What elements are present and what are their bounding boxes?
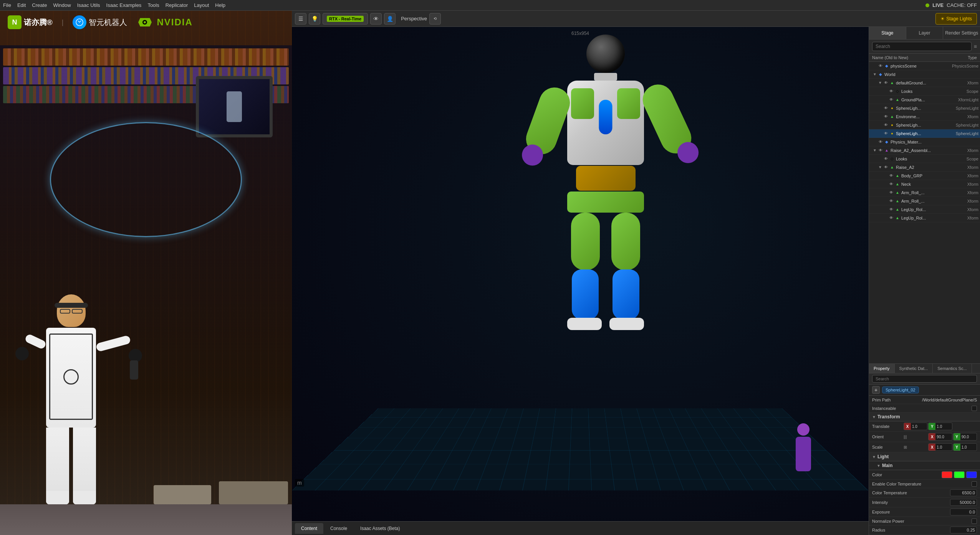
tree-item-sphere-light-3[interactable]: 👁 ● SphereLigh... SphereLight xyxy=(869,129,980,138)
tree-arrow-14 xyxy=(883,182,888,187)
viewport-canvas[interactable]: ↖ ✛ ↻ ⤢ 📷 ⏸ ▭ FPS: 57.09, Frame time: 17… xyxy=(292,27,869,521)
eye-icon-7[interactable]: 👁 xyxy=(883,122,889,128)
color-g-field[interactable] xyxy=(954,471,965,478)
menu-create[interactable]: Create xyxy=(32,2,47,8)
eye-icon-8[interactable]: 👁 xyxy=(883,130,889,137)
tab-isaac-assets[interactable]: Isaac Assets (Beta) xyxy=(354,523,406,534)
eye-icon-2[interactable]: 👁 xyxy=(883,80,889,86)
orient-x-field[interactable]: X 90.0 xyxy=(928,433,952,441)
eye-icon-13[interactable]: 👁 xyxy=(888,173,894,179)
tree-item-environment[interactable]: 👁 ▲ Environme... Xform xyxy=(869,112,980,121)
eye-icon-16[interactable]: 👁 xyxy=(888,198,894,204)
menu-edit[interactable]: Edit xyxy=(17,2,26,8)
tree-item-sphere-light-1[interactable]: 👁 ● SphereLigh... SphereLight xyxy=(869,104,980,112)
tab-console[interactable]: Console xyxy=(324,523,353,534)
menu-tools[interactable]: Tools xyxy=(147,2,159,8)
color-r-field[interactable] xyxy=(942,471,952,478)
menu-help[interactable]: Help xyxy=(215,2,225,8)
rtx-button[interactable]: RTX - Real-Time xyxy=(323,13,368,25)
eye-icon-14[interactable]: 👁 xyxy=(888,181,894,187)
node-icon-13: ▲ xyxy=(894,173,901,179)
person-icon[interactable]: 👤 xyxy=(384,13,396,25)
menu-replicator[interactable]: Replicator xyxy=(166,2,188,8)
tree-label-8: SphereLigh... xyxy=(896,131,948,136)
translate-y-field[interactable]: Y 1.0 xyxy=(928,423,952,430)
eye-icon-0[interactable]: 👁 xyxy=(877,63,884,69)
eye-icon-18[interactable]: 👁 xyxy=(888,215,894,221)
normalize-power-checkbox[interactable] xyxy=(972,518,977,524)
prop-tab-semantics[interactable]: Semantics Sc... xyxy=(933,364,972,373)
menu-isaac-examples[interactable]: Isaac Examples xyxy=(106,2,142,8)
eye-icon-5[interactable]: 👁 xyxy=(883,105,889,111)
stage-lights-button[interactable]: ☀ Stage Lights xyxy=(935,13,977,25)
hamburger-btn[interactable]: ☰ xyxy=(295,13,306,25)
tree-type-6: Xform xyxy=(948,114,978,119)
tree-item-looks[interactable]: 👁 ◇ Looks Scope xyxy=(869,87,980,96)
tree-item-ground-plane[interactable]: 👁 ▲ GroundPla... XformLight xyxy=(869,96,980,104)
scale-y-field[interactable]: Y 1.0 xyxy=(953,443,977,451)
add-button[interactable]: + xyxy=(872,386,880,394)
arm-left xyxy=(24,333,47,350)
translate-x-field[interactable]: X 1.0 xyxy=(904,423,927,430)
stage-lights-label: Stage Lights xyxy=(946,16,972,21)
tree-item-default-ground[interactable]: ▼ 👁 ▲ defaultGround... Xform xyxy=(869,79,980,87)
perspective-arrows[interactable]: ⟲ xyxy=(429,13,441,25)
tree-item-raise-a2-assembly[interactable]: ▼ 👁 ▲ Raise_A2_Assembl... Xform xyxy=(869,146,980,155)
instanceable-checkbox[interactable] xyxy=(972,406,977,411)
main-section-header[interactable]: ▼ Main xyxy=(869,461,980,470)
shoe-left xyxy=(46,491,69,504)
tree-content[interactable]: 👁 ◆ physicsScene PhysicsScene ▼ ◆ World xyxy=(869,62,980,363)
tree-item-legup-2[interactable]: 👁 ▲ LegUp_Rol... Xform xyxy=(869,214,980,222)
eye-icon-10[interactable]: 👁 xyxy=(877,147,884,154)
prop-tab-synthetic[interactable]: Synthetic Dat... xyxy=(895,364,933,373)
eye-icon[interactable]: 👁 xyxy=(370,13,382,25)
eye-icon-3[interactable]: 👁 xyxy=(888,88,894,94)
tree-item-legup-1[interactable]: 👁 ▲ LegUp_Rol... Xform xyxy=(869,205,980,214)
filter-icon[interactable]: ≡ xyxy=(974,43,977,50)
tree-item-arm-roll-2[interactable]: 👁 ▲ Arm_Roll_... Xform xyxy=(869,197,980,205)
eye-icon-15[interactable]: 👁 xyxy=(888,190,894,196)
eye-icon-17[interactable]: 👁 xyxy=(888,206,894,213)
color-b-field[interactable] xyxy=(966,471,977,478)
eye-icon-6[interactable]: 👁 xyxy=(883,114,889,120)
tree-item-world[interactable]: ▼ ◆ World xyxy=(869,70,980,79)
menu-isaac-utils[interactable]: Isaac Utils xyxy=(77,2,100,8)
eye-icon-11[interactable]: 👁 xyxy=(883,156,889,162)
eye-icon-4[interactable]: 👁 xyxy=(888,97,894,103)
main-content: N 诺亦腾® | 智元机器人 xyxy=(0,11,980,535)
enable-color-temp-checkbox[interactable] xyxy=(972,481,977,487)
tab-render-settings[interactable]: Render Settings xyxy=(943,27,980,39)
property-search-input[interactable] xyxy=(872,375,977,383)
person-figure xyxy=(46,294,96,504)
tree-item-physics-mater[interactable]: 👁 ◆ Physics_Mater... xyxy=(869,138,980,146)
bulb-icon[interactable]: 💡 xyxy=(309,13,320,25)
tree-item-arm-roll-1[interactable]: 👁 ▲ Arm_Roll_... Xform xyxy=(869,188,980,197)
tree-item-raise-looks[interactable]: 👁 ◇ Looks Scope xyxy=(869,155,980,163)
eye-icon-12[interactable]: 👁 xyxy=(883,164,889,170)
stage-search-input[interactable] xyxy=(872,42,972,51)
tab-content[interactable]: Content xyxy=(295,523,323,534)
menu-file[interactable]: File xyxy=(3,2,11,8)
menu-window[interactable]: Window xyxy=(53,2,71,8)
tree-type-16: Xform xyxy=(948,199,978,203)
light-section-header[interactable]: ▼ Light xyxy=(869,452,980,461)
orient-y-field[interactable]: Y 90.0 xyxy=(953,433,977,441)
eye-icon-9[interactable]: 👁 xyxy=(877,139,884,145)
color-row: Color xyxy=(869,470,980,480)
menu-layout[interactable]: Layout xyxy=(194,2,209,8)
shoe-right xyxy=(73,491,96,504)
transform-section-header[interactable]: ▼ Transform xyxy=(869,413,980,421)
tree-item-body-grp[interactable]: 👁 ▲ Body_GRP Xform xyxy=(869,172,980,180)
tree-item-raise-a2[interactable]: ▼ 👁 ▲ Raise_A2 Xform xyxy=(869,163,980,172)
scale-x-field[interactable]: X 1.0 xyxy=(928,443,952,451)
tree-type-7: SphereLight xyxy=(948,123,978,127)
tab-stage[interactable]: Stage xyxy=(869,27,906,39)
tree-label-10: Raise_A2_Assembl... xyxy=(891,148,948,153)
prop-tab-property[interactable]: Property xyxy=(869,364,895,373)
tree-item-neck[interactable]: 👁 ▲ Neck Xform xyxy=(869,180,980,188)
tree-item-physics-scene[interactable]: 👁 ◆ physicsScene PhysicsScene xyxy=(869,62,980,70)
enable-color-temp-label: Enable Color Temperature xyxy=(872,482,972,486)
tab-layer[interactable]: Layer xyxy=(906,27,944,39)
tree-item-sphere-light-2[interactable]: 👁 ● SphereLigh... SphereLight xyxy=(869,121,980,129)
translate-y-axis: Y xyxy=(929,423,935,430)
